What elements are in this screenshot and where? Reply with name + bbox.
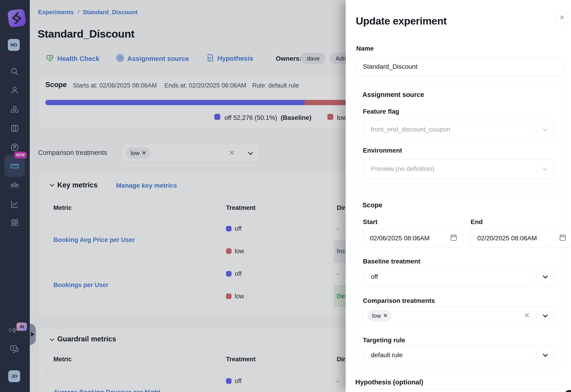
end-date-value: 02/20/2025 08:06AM [470,235,537,242]
end-date-input[interactable]: 02/20/2025 08:06AM [470,229,571,248]
name-value: Standard_Discount [355,63,417,70]
targeting-rule-select[interactable]: default rule [363,346,554,364]
targeting-rule-value: default rule [371,351,403,359]
baseline-treatment-label: Baseline treatment [363,258,420,265]
environment-value: Preview (no definition) [371,165,434,172]
targeting-rule-label: Targeting rule [363,336,405,344]
start-date-value: 02/06/2025 08:06AM [363,235,429,242]
select-divider [537,311,537,321]
calendar-icon[interactable] [450,234,457,243]
chevron-down-icon [542,126,549,134]
ai-assist-button[interactable] [565,390,571,392]
baseline-treatment-value: off [371,273,378,280]
name-label: Name [356,45,374,52]
chevron-down-icon[interactable] [542,273,549,281]
update-experiment-drawer: ✕ Update experiment Name Standard_Discou… [346,0,571,392]
chevron-down-icon [542,166,549,173]
treatment-chip-low[interactable]: low ✕ [368,310,392,321]
select-divider [536,272,536,282]
start-label: Start [363,218,378,226]
close-icon[interactable]: ✕ [555,10,569,25]
select-divider [536,164,536,174]
comparison-treatments-label: Comparison treatments [363,297,435,305]
environment-label: Environment [363,147,402,154]
feature-flag-label: Feature flag [363,108,399,115]
baseline-treatment-select[interactable]: off [363,267,554,286]
clear-selection-icon[interactable]: ✕ [524,312,530,319]
scope-heading: Scope [362,201,382,209]
hypothesis-optional-label: Hypothesis (optional) [355,378,423,386]
environment-select[interactable]: Preview (no definition) [363,159,554,179]
chip-remove-icon[interactable]: ✕ [383,313,387,319]
hypothesis-input[interactable] [355,390,561,392]
start-date-input[interactable]: 02/06/2025 08:06AM [363,229,463,248]
scope-card: Scope Start End 02/06/2025 08:06AM 02/20… [354,194,562,370]
calendar-icon[interactable] [559,234,567,243]
select-divider [536,350,536,360]
chevron-down-icon[interactable] [542,312,549,320]
chip-label: low [372,312,381,319]
drawer-title: Update experiment [356,15,447,27]
assignment-source-heading: Assignment source [362,91,424,98]
comparison-treatments-select[interactable]: low ✕ ✕ [363,306,554,325]
chevron-down-icon[interactable] [542,351,549,359]
select-divider [536,125,536,135]
feature-flag-select[interactable]: front_end_discount_coupon [363,120,554,139]
feature-flag-value: front_end_discount_coupon [371,126,450,133]
name-input[interactable]: Standard_Discount [355,57,563,76]
assignment-source-card: Assignment source Feature flag front_end… [354,84,562,187]
end-label: End [471,218,483,226]
